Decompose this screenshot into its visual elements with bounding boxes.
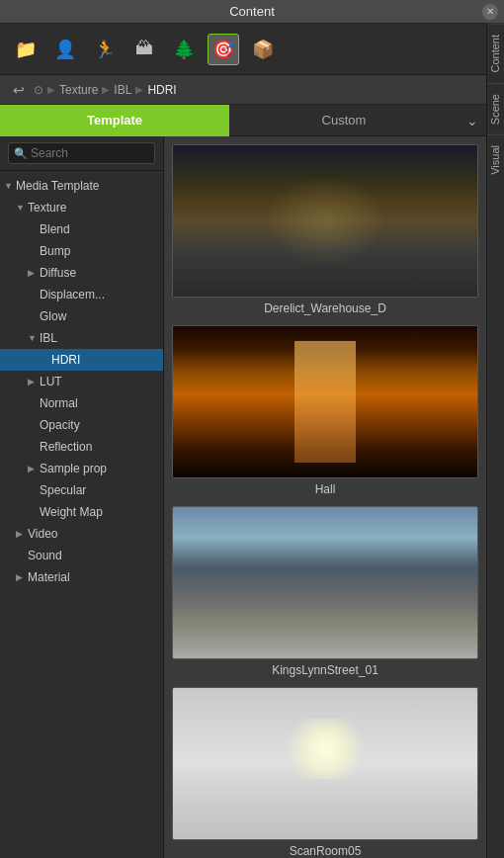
tree-label: Bump xyxy=(40,244,159,258)
thumb-label: Hall xyxy=(172,478,478,500)
tree-item-texture[interactable]: ▼Texture xyxy=(0,197,163,218)
tree-arrow: ▶ xyxy=(28,464,40,473)
breadcrumb-ibl[interactable]: IBL xyxy=(114,83,131,97)
tree-item-media-template[interactable]: ▼Media Template xyxy=(0,175,163,197)
main-area: ↩ ⊙ ▶ Texture ▶ IBL ▶ HDRI Template Cust… xyxy=(0,75,486,858)
search-bar: 🔍 xyxy=(0,136,163,171)
tree-label: Texture xyxy=(28,201,159,214)
tree-item-opacity[interactable]: Opacity xyxy=(0,414,163,436)
left-tree-panel: 🔍 ▼Media Template▼TextureBlendBump▶Diffu… xyxy=(0,136,164,858)
tree-arrow: ▼ xyxy=(16,203,28,213)
thumb-label: KingsLynnStreet_01 xyxy=(172,659,478,681)
package-icon[interactable]: 📦 xyxy=(247,34,279,65)
close-button[interactable]: ✕ xyxy=(482,4,498,20)
tree-arrow: ▶ xyxy=(16,529,28,539)
tree-label: IBL xyxy=(40,331,159,345)
tree-item-specular[interactable]: Specular xyxy=(0,479,163,501)
breadcrumb-sep-1: ▶ xyxy=(47,84,55,95)
tab-collapse-button[interactable]: ⌄ xyxy=(459,105,486,136)
right-tab-visual[interactable]: Visual xyxy=(487,134,505,185)
window-title: Content xyxy=(229,4,275,19)
tree-label: Glow xyxy=(40,309,159,323)
thumb-label: ScanRoom05 xyxy=(172,840,478,858)
tree-label: Blend xyxy=(40,222,159,236)
folder-icon[interactable]: 📁 xyxy=(10,34,42,65)
tree-item-ibl[interactable]: ▼IBL xyxy=(0,327,163,349)
tree-item-bump[interactable]: Bump xyxy=(0,240,163,262)
thumb-card-scanroom05[interactable]: ScanRoom05 xyxy=(172,687,478,858)
tree-arrow: ▼ xyxy=(4,181,16,191)
tab-custom[interactable]: Custom xyxy=(229,105,459,136)
thumb-card-kingslynnstreet_01[interactable]: KingsLynnStreet_01 xyxy=(172,506,478,681)
breadcrumb-root-icon: ⊙ xyxy=(34,83,43,97)
pano-visual xyxy=(173,326,477,477)
thumb-card-derelict_warehouse_d[interactable]: Derelict_Warehouse_D xyxy=(172,144,478,319)
tree-label: Specular xyxy=(40,483,159,497)
tree-item-blend[interactable]: Blend xyxy=(0,218,163,240)
tree-label: Video xyxy=(28,527,159,541)
breadcrumb-ibl-label: IBL xyxy=(114,83,131,97)
tree-item-reflection[interactable]: Reflection xyxy=(0,436,163,458)
thumb-label: Derelict_Warehouse_D xyxy=(172,298,478,319)
landscape-icon[interactable]: 🏔 xyxy=(128,34,160,65)
tree-item-normal[interactable]: Normal xyxy=(0,392,163,414)
breadcrumb-texture[interactable]: Texture xyxy=(59,83,98,97)
tree-label: Diffuse xyxy=(40,266,159,280)
tree-label: Sample prop xyxy=(40,462,159,475)
toolbar: 📁👤🏃🏔🌲🎯📦 xyxy=(0,24,504,75)
tree-icon[interactable]: 🌲 xyxy=(168,34,200,65)
content-split: 🔍 ▼Media Template▼TextureBlendBump▶Diffu… xyxy=(0,136,486,858)
search-icon: 🔍 xyxy=(14,147,28,160)
tree-label: Sound xyxy=(28,549,159,562)
tree-label: Opacity xyxy=(40,418,159,432)
right-tab-content[interactable]: Content xyxy=(487,24,505,83)
pano-visual xyxy=(173,145,477,297)
tabs-bar: Template Custom ⌄ xyxy=(0,105,486,136)
search-input[interactable] xyxy=(8,142,155,164)
breadcrumb-hdri[interactable]: HDRI xyxy=(147,83,176,97)
tree-item-lut[interactable]: ▶LUT xyxy=(0,371,163,392)
tree: ▼Media Template▼TextureBlendBump▶Diffuse… xyxy=(0,171,163,858)
tree-item-displacem---[interactable]: Displacem... xyxy=(0,284,163,305)
thumbnails-panel: Derelict_Warehouse_DHallKingsLynnStreet_… xyxy=(164,136,486,858)
tree-label: Normal xyxy=(40,396,159,410)
right-tab-scene[interactable]: Scene xyxy=(487,83,505,134)
title-bar: Content ✕ xyxy=(0,0,504,24)
tree-item-diffuse[interactable]: ▶Diffuse xyxy=(0,262,163,284)
tree-item-sample-prop[interactable]: ▶Sample prop xyxy=(0,458,163,479)
tree-item-weight-map[interactable]: Weight Map xyxy=(0,501,163,523)
tree-item-glow[interactable]: Glow xyxy=(0,305,163,327)
breadcrumb: ↩ ⊙ ▶ Texture ▶ IBL ▶ HDRI xyxy=(0,75,486,105)
tree-label: Media Template xyxy=(16,179,159,193)
tree-label: Material xyxy=(28,570,159,584)
tree-item-video[interactable]: ▶Video xyxy=(0,523,163,545)
figure-icon[interactable]: 🏃 xyxy=(89,34,121,65)
tree-item-material[interactable]: ▶Material xyxy=(0,566,163,588)
thumb-card-hall[interactable]: Hall xyxy=(172,325,478,500)
tab-template[interactable]: Template xyxy=(0,105,229,136)
breadcrumb-sep-3: ▶ xyxy=(135,84,143,95)
breadcrumb-back-button[interactable]: ↩ xyxy=(8,79,30,101)
pano-visual xyxy=(173,507,477,658)
thumb-image xyxy=(172,506,478,659)
tree-arrow: ▶ xyxy=(28,268,40,278)
person-icon[interactable]: 👤 xyxy=(49,34,81,65)
thumb-image xyxy=(172,144,478,298)
thumb-image xyxy=(172,325,478,478)
tree-label: HDRI xyxy=(51,353,159,367)
tree-label: Weight Map xyxy=(40,505,159,519)
tree-label: Displacem... xyxy=(40,288,159,301)
tree-label: Reflection xyxy=(40,440,159,454)
breadcrumb-sep-2: ▶ xyxy=(102,84,110,95)
pano-visual xyxy=(173,688,477,839)
tree-label: LUT xyxy=(40,375,159,388)
breadcrumb-texture-label: Texture xyxy=(59,83,98,97)
tree-item-hdri[interactable]: HDRI xyxy=(0,349,163,371)
breadcrumb-root[interactable]: ⊙ xyxy=(34,83,43,97)
tree-item-sound[interactable]: Sound xyxy=(0,545,163,566)
target-icon[interactable]: 🎯 xyxy=(208,34,239,65)
tree-arrow: ▶ xyxy=(16,572,28,582)
breadcrumb-hdri-label: HDRI xyxy=(147,83,176,97)
right-panel-tabs: ContentSceneVisual xyxy=(486,24,504,858)
thumb-image xyxy=(172,687,478,840)
